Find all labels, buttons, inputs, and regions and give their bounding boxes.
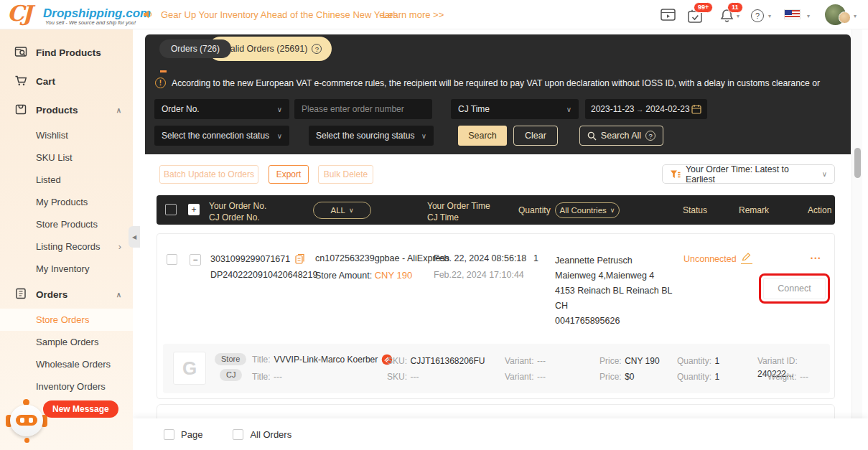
page-scrollbar-track[interactable] xyxy=(851,29,862,450)
column-order-no: Your Order No.CJ Order No. xyxy=(209,200,266,223)
store-badge: Store xyxy=(215,353,246,365)
connection-status-select[interactable]: Select the connection status ∨ xyxy=(154,126,289,146)
question-icon: ? xyxy=(645,131,655,141)
sidebar-item-inventory-orders[interactable]: Inventory Orders xyxy=(0,375,133,398)
sidebar-item-wholesale-orders[interactable]: Wholesale Orders xyxy=(0,353,133,375)
sidebar-item-listed[interactable]: Listed xyxy=(0,169,133,191)
countries-filter-dropdown[interactable]: All Countries ∨ xyxy=(555,202,620,218)
logo-tagline: You sell - We source and ship for you! xyxy=(45,19,136,26)
collapse-row-button[interactable]: − xyxy=(190,254,201,266)
new-message-badge[interactable]: New Message xyxy=(43,400,118,418)
connect-button[interactable]: Connect xyxy=(763,278,826,299)
order-no-select[interactable]: Order No. ∨ xyxy=(154,99,289,119)
mascot-chin xyxy=(24,438,29,443)
copy-order-icon[interactable] xyxy=(294,253,305,264)
funnel-icon xyxy=(670,169,681,179)
store-amount-value: CNY 190 xyxy=(375,270,413,281)
date-from: 2023-11-23 xyxy=(591,104,635,114)
cj-sku: --- xyxy=(410,372,419,382)
batch-update-button[interactable]: Batch Update to Orders xyxy=(159,165,258,184)
store-amount-label: Store Amount: xyxy=(315,271,372,281)
search-all-button[interactable]: Search All ? xyxy=(579,126,663,146)
sidebar-item-store-orders[interactable]: Store Orders xyxy=(0,309,133,331)
expand-all-button[interactable]: + xyxy=(188,204,200,215)
clear-button[interactable]: Clear xyxy=(513,126,558,146)
chevron-down-icon: ∨ xyxy=(349,207,354,214)
mascot-visor xyxy=(16,415,37,426)
order-number-input[interactable] xyxy=(294,99,432,119)
chevron-down-icon: ∨ xyxy=(277,106,282,113)
select-value: CJ Time xyxy=(458,104,490,114)
sourcing-status-select[interactable]: Select the sourcing status ∨ xyxy=(309,126,434,146)
pill-label: ALL xyxy=(330,206,345,215)
row-checkbox[interactable] xyxy=(167,254,177,265)
chevron-down-icon: ▾ xyxy=(854,13,857,19)
store-qty: 1 xyxy=(714,356,719,366)
sidebar-item-sku-list[interactable]: SKU List xyxy=(0,146,133,169)
sidebar-item-sample-orders[interactable]: Sample Orders xyxy=(0,331,133,353)
sidebar-sub-label: My Inventory xyxy=(36,263,89,274)
cj-title-row: Title: --- xyxy=(252,370,282,383)
sidebar-item-my-products[interactable]: My Products xyxy=(0,191,133,213)
export-button[interactable]: Export xyxy=(269,165,309,184)
cj-sku-row: SKU: --- xyxy=(387,370,419,383)
sidebar-item-my-inventory[interactable]: My Inventory xyxy=(0,258,133,280)
search-button[interactable]: Search xyxy=(458,126,507,146)
more-actions-button[interactable]: ••• xyxy=(811,255,821,262)
store-sku: CJJT161368206FU xyxy=(410,356,485,366)
select-all-checkbox[interactable] xyxy=(165,204,177,215)
all-orders-checkbox[interactable] xyxy=(233,429,243,440)
status-badge: Unconnected xyxy=(683,254,737,264)
cj-variant: --- xyxy=(537,372,546,382)
page-checkbox-label: Page xyxy=(181,429,202,440)
video-guide-icon[interactable] xyxy=(661,8,676,24)
button-label: Search All xyxy=(601,131,641,141)
product-image[interactable]: G xyxy=(173,352,206,385)
tab-label: Invalid Orders (25691) xyxy=(218,44,307,54)
store-amount: Store Amount: CNY 190 xyxy=(315,270,412,281)
customer-address-block: Jeannette Petrusch Maienweg 4,Maienweg 4… xyxy=(555,253,673,329)
page-scrollbar-thumb[interactable] xyxy=(854,148,861,178)
cj-price: $0 xyxy=(625,372,634,382)
tab-orders[interactable]: Orders (726) xyxy=(159,39,231,58)
date-range-picker[interactable]: 2023-11-23 → 2024-02-23 xyxy=(585,99,707,119)
cj-qty-row: Quantity: 1 xyxy=(677,370,719,383)
chevron-up-icon: ∧ xyxy=(116,291,121,299)
sidebar-item-listing-records[interactable]: Listing Records › xyxy=(0,235,133,258)
sidebar-sub-label: Listing Records xyxy=(36,241,101,252)
sidebar-item-find-products[interactable]: Find Products xyxy=(0,38,133,67)
chat-mascot[interactable] xyxy=(6,399,47,444)
sidebar-sub-label: Store Products xyxy=(36,219,98,230)
logo[interactable]: CJ xyxy=(7,1,30,26)
sidebar-item-store-products[interactable]: Store Products xyxy=(0,213,133,235)
language-flag-icon[interactable] xyxy=(784,9,801,19)
orders-icon xyxy=(14,287,27,302)
exclamation-icon: ! xyxy=(155,78,166,88)
bulk-delete-button[interactable]: Bulk Delete xyxy=(318,165,373,184)
cj-qty: 1 xyxy=(714,372,719,382)
sidebar-sub-label: Store Orders xyxy=(36,314,89,325)
notifications-badge: 11 xyxy=(727,2,743,13)
sidebar-label: Cart xyxy=(36,76,121,87)
column-action: Action xyxy=(808,205,831,215)
sidebar-item-orders[interactable]: Orders ∧ xyxy=(0,280,133,309)
edit-remark-icon[interactable] xyxy=(741,253,752,264)
sidebar-item-products[interactable]: Products ∧ xyxy=(0,95,133,124)
help-icon[interactable]: ? xyxy=(751,9,764,22)
sidebar-item-cart[interactable]: Cart xyxy=(0,67,133,95)
sort-label: Your Order Time: Latest to Earliest xyxy=(686,164,817,184)
order-time-sort-dropdown[interactable]: Your Order Time: Latest to Earliest ∨ xyxy=(662,164,835,184)
cj-time-select[interactable]: CJ Time ∨ xyxy=(451,99,579,119)
page-checkbox[interactable] xyxy=(164,429,174,440)
find-products-icon xyxy=(14,45,27,60)
chevron-down-icon: ∨ xyxy=(277,132,282,140)
sidebar-sub-label: Inventory Orders xyxy=(36,381,106,392)
avatar-secondary xyxy=(839,11,851,24)
sidebar-item-wishlist[interactable]: Wishlist xyxy=(0,124,133,146)
flag-canton xyxy=(785,10,792,15)
sidebar-collapse-handle[interactable]: ◀ xyxy=(129,226,140,248)
learn-more-link[interactable]: Learn more >> xyxy=(383,9,444,20)
platform-filter-dropdown[interactable]: ALL ∨ xyxy=(313,202,371,219)
cj-order-no: DP2402220910420648219 xyxy=(210,270,317,280)
chevron-down-icon: ▾ xyxy=(807,13,810,19)
